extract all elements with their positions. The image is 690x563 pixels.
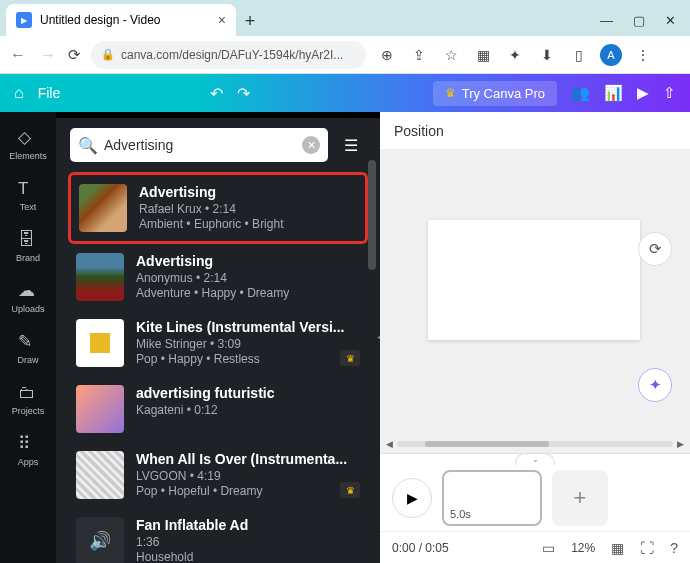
url-field[interactable]: 🔒 canva.com/design/DAFuY-1594k/hyAr2I... (91, 41, 366, 69)
pages-icon[interactable]: ▭ (542, 540, 555, 556)
window-controls: — ▢ ✕ (600, 13, 690, 36)
search-input[interactable] (104, 137, 296, 153)
add-clip-button[interactable]: + (552, 470, 608, 526)
pro-badge-icon: ♛ (340, 350, 360, 366)
extensions-icon[interactable]: ✦ (504, 47, 526, 63)
video-canvas[interactable] (428, 220, 640, 340)
pro-badge-icon: ♛ (340, 482, 360, 498)
canva-header: ⌂ File ↶ ↷ ♛ Try Canva Pro 👥 📊 ▶ ⇧ (0, 74, 690, 112)
download-icon[interactable]: ⬇ (536, 47, 558, 63)
track-meta: Mike Stringer • 3:09 (136, 337, 360, 351)
track-item[interactable]: When All Is Over (Instrumenta...LVGOON •… (68, 442, 368, 508)
browser-tab[interactable]: Untitled design - Video × (6, 4, 236, 36)
rail-apps[interactable]: ⠿Apps (4, 428, 52, 473)
menu-icon[interactable]: ⋮ (632, 47, 654, 63)
clear-search-icon[interactable]: ✕ (302, 136, 320, 154)
timeline-play-button[interactable]: ▶ (392, 478, 432, 518)
fullscreen-icon[interactable]: ⛶ (640, 540, 654, 556)
scroll-right-icon[interactable]: ▶ (677, 439, 684, 449)
magic-icon[interactable]: ✦ (638, 368, 672, 402)
track-info: When All Is Over (Instrumenta...LVGOON •… (136, 451, 360, 498)
reader-icon[interactable]: ▯ (568, 47, 590, 63)
time-display: 0:00 / 0:05 (392, 541, 449, 555)
track-tags: Household (136, 550, 360, 563)
try-pro-button[interactable]: ♛ Try Canva Pro (433, 81, 557, 106)
track-meta: 1:36 (136, 535, 360, 549)
rail-uploads[interactable]: ☁Uploads (4, 275, 52, 320)
rail-text[interactable]: TText (4, 173, 52, 218)
reset-view-icon[interactable]: ⟳ (638, 232, 672, 266)
export-icon[interactable]: ⇧ (663, 84, 676, 102)
profile-avatar[interactable]: A (600, 44, 622, 66)
position-button[interactable]: Position (394, 123, 444, 139)
rail-elements[interactable]: ◇Elements (4, 122, 52, 167)
share-icon[interactable]: ⇪ (408, 47, 430, 63)
analytics-icon[interactable]: 📊 (604, 84, 623, 102)
canvas-area: Position ⟳ ✦ ◀ ▶ ⌄ ▶ 5.0s + 0:00 (380, 112, 690, 563)
zoom-icon[interactable]: ⊕ (376, 47, 398, 63)
track-title: Advertising (136, 253, 360, 269)
track-item[interactable]: 🔊Fan Inflatable Ad1:36Household (68, 508, 368, 563)
stage-wrap[interactable]: ⟳ ✦ ◀ ▶ (380, 150, 690, 453)
track-info: Kite Lines (Instrumental Versi...Mike St… (136, 319, 360, 366)
reload-icon[interactable]: ⟳ (68, 46, 81, 64)
horizontal-scrollbar[interactable]: ◀ ▶ (386, 439, 684, 449)
timeline-clip[interactable]: 5.0s (442, 470, 542, 526)
track-tags: Pop • Happy • Restless (136, 352, 360, 366)
track-item[interactable]: AdvertisingAnonymus • 2:14Adventure • Ha… (68, 244, 368, 310)
lock-icon: 🔒 (101, 48, 115, 61)
search-icon: 🔍 (78, 136, 98, 155)
filter-icon[interactable]: ☰ (336, 130, 366, 160)
track-item[interactable]: AdvertisingRafael Krux • 2:14Ambient • E… (68, 172, 368, 244)
forward-icon[interactable]: → (38, 46, 58, 64)
play-icon[interactable]: ▶ (637, 84, 649, 102)
track-meta: Anonymus • 2:14 (136, 271, 360, 285)
window-close-icon[interactable]: ✕ (665, 13, 676, 28)
url-text: canva.com/design/DAFuY-1594k/hyAr2I... (121, 48, 343, 62)
rail-brand[interactable]: 🗄Brand (4, 224, 52, 269)
collab-icon[interactable]: 👥 (571, 84, 590, 102)
browser-titlebar: Untitled design - Video × + — ▢ ✕ (0, 0, 690, 36)
rail-draw[interactable]: ✎Draw (4, 326, 52, 371)
rail-projects[interactable]: 🗀Projects (4, 377, 52, 422)
home-icon[interactable]: ⌂ (14, 84, 24, 102)
back-icon[interactable]: ← (8, 46, 28, 64)
close-tab-icon[interactable]: × (218, 12, 226, 28)
track-thumbnail[interactable] (76, 451, 124, 499)
zoom-level[interactable]: 12% (571, 541, 595, 555)
audio-panel: 🔍 ✕ ☰ AdvertisingRafael Krux • 2:14Ambie… (56, 112, 380, 563)
browser-addressbar: ← → ⟳ 🔒 canva.com/design/DAFuY-1594k/hyA… (0, 36, 690, 74)
search-box[interactable]: 🔍 ✕ (70, 128, 328, 162)
track-title: advertising futuristic (136, 385, 360, 401)
track-title: Advertising (139, 184, 357, 200)
track-tags: Adventure • Happy • Dreamy (136, 286, 360, 300)
window-maximize-icon[interactable]: ▢ (633, 13, 645, 28)
timeline-bottom-bar: 0:00 / 0:05 ▭ 12% ▦ ⛶ ? (380, 531, 690, 563)
main-area: ◇Elements TText 🗄Brand ☁Uploads ✎Draw 🗀P… (0, 112, 690, 563)
track-item[interactable]: Kite Lines (Instrumental Versi...Mike St… (68, 310, 368, 376)
bookmark-icon[interactable]: ☆ (440, 47, 462, 63)
undo-icon[interactable]: ↶ (210, 84, 223, 103)
new-tab-button[interactable]: + (236, 11, 264, 36)
track-thumbnail[interactable] (79, 184, 127, 232)
scroll-left-icon[interactable]: ◀ (386, 439, 393, 449)
track-info: advertising futuristicKagateni • 0:12 (136, 385, 360, 417)
grid-view-icon[interactable]: ▦ (611, 540, 624, 556)
help-icon[interactable]: ? (670, 540, 678, 556)
try-pro-label: Try Canva Pro (462, 86, 545, 101)
window-minimize-icon[interactable]: — (600, 13, 613, 28)
track-item[interactable]: advertising futuristicKagateni • 0:12 (68, 376, 368, 442)
track-thumbnail[interactable] (76, 319, 124, 367)
clip-duration: 5.0s (450, 508, 471, 520)
timeline: ⌄ ▶ 5.0s + 0:00 / 0:05 ▭ 12% ▦ ⛶ ? (380, 453, 690, 563)
context-toolbar: Position (380, 112, 690, 150)
track-thumbnail[interactable] (76, 253, 124, 301)
translate-icon[interactable]: ▦ (472, 47, 494, 63)
track-info: AdvertisingRafael Krux • 2:14Ambient • E… (139, 184, 357, 231)
track-tags: Pop • Hopeful • Dreamy (136, 484, 360, 498)
file-menu[interactable]: File (38, 85, 61, 101)
track-thumbnail[interactable]: 🔊 (76, 517, 124, 563)
track-thumbnail[interactable] (76, 385, 124, 433)
redo-icon[interactable]: ↷ (237, 84, 250, 103)
tab-title: Untitled design - Video (40, 13, 161, 27)
